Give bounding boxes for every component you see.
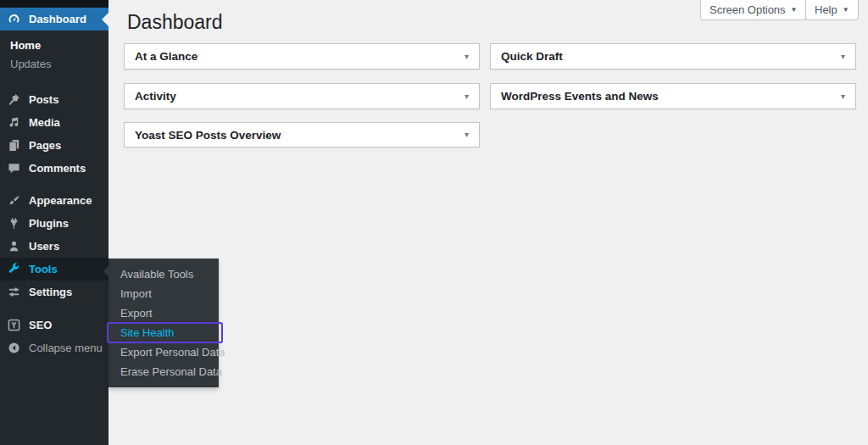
page-title: Dashboard (127, 11, 223, 34)
flyout-item-erase-personal-data[interactable]: Erase Personal Data (108, 362, 219, 381)
metabox-quick-draft[interactable]: Quick Draft ▾ (490, 43, 856, 70)
toggle-arrow-icon[interactable]: ▾ (841, 53, 845, 61)
pages-icon (8, 139, 20, 152)
metabox-wordpress-events-and-news[interactable]: WordPress Events and News ▾ (490, 83, 856, 109)
metabox-title: Activity (135, 90, 176, 103)
tools-flyout-menu: Available Tools Import Export Site Healt… (108, 259, 219, 387)
sidebar-item-comments[interactable]: Comments (0, 157, 108, 180)
flyout-item-label: Site Health (120, 326, 175, 339)
sidebar-item-collapse-menu[interactable]: Collapse menu (0, 337, 108, 359)
sidebar-item-label: SEO (29, 319, 52, 331)
screen-options-label: Screen Options (709, 3, 786, 16)
sidebar-separator (0, 180, 108, 189)
flyout-item-available-tools[interactable]: Available Tools (108, 264, 219, 284)
gauge-icon (8, 13, 20, 25)
plug-icon (8, 217, 20, 230)
metabox-title: At a Glance (135, 50, 198, 63)
collapse-menu-icon (8, 342, 20, 354)
sidebar-item-appearance[interactable]: Appearance (0, 189, 108, 212)
metabox-at-a-glance[interactable]: At a Glance ▾ (124, 43, 480, 70)
flyout-item-site-health[interactable]: Site Health (108, 323, 219, 342)
sidebar-item-posts[interactable]: Posts (0, 88, 108, 111)
sidebar-item-label: Dashboard (29, 13, 86, 25)
screen-options-button[interactable]: Screen Options ▼ (700, 0, 807, 20)
sidebar-item-tools[interactable]: Tools (0, 258, 108, 281)
sidebar-item-label: Plugins (29, 217, 69, 230)
sidebar-item-label: Appearance (29, 194, 92, 207)
chevron-down-icon: ▼ (843, 7, 849, 14)
sidebar-item-label: Media (29, 116, 60, 129)
sidebar-item-label: Users (29, 240, 59, 253)
toggle-arrow-icon[interactable]: ▾ (465, 131, 469, 139)
sidebar-item-seo[interactable]: SEO (0, 314, 108, 337)
metabox-title: Yoast SEO Posts Overview (135, 129, 281, 142)
help-label: Help (815, 3, 837, 16)
sidebar-item-settings[interactable]: Settings (0, 281, 108, 303)
sidebar-item-label: Comments (29, 162, 86, 175)
sidebar-item-label: Posts (29, 93, 58, 106)
sidebar-item-label: Settings (29, 286, 72, 298)
sidebar-item-media[interactable]: Media (0, 111, 108, 134)
sidebar-item-users[interactable]: Users (0, 235, 108, 258)
media-icon (8, 116, 20, 129)
yoast-seo-icon (8, 319, 20, 331)
flyout-item-import[interactable]: Import (108, 284, 219, 303)
brush-icon (8, 194, 20, 207)
metabox-title: Quick Draft (501, 50, 563, 63)
submenu-item-updates[interactable]: Updates (0, 55, 108, 74)
metabox-yoast-seo-posts-overview[interactable]: Yoast SEO Posts Overview ▾ (124, 122, 480, 147)
pushpin-icon (8, 93, 20, 106)
sidebar-item-plugins[interactable]: Plugins (0, 212, 108, 235)
help-button[interactable]: Help ▼ (805, 0, 859, 20)
admin-bar-strip (0, 0, 108, 8)
metabox-title: WordPress Events and News (501, 90, 659, 103)
dashboard-submenu: Home Updates (0, 31, 108, 88)
wrench-icon (8, 263, 20, 275)
sidebar-item-pages[interactable]: Pages (0, 134, 108, 157)
toggle-arrow-icon[interactable]: ▾ (841, 92, 845, 101)
toggle-arrow-icon[interactable]: ▾ (465, 53, 469, 61)
current-item-arrow (102, 13, 108, 26)
toggle-arrow-icon[interactable]: ▾ (465, 92, 469, 101)
flyout-item-export[interactable]: Export (108, 303, 219, 323)
comments-icon (8, 162, 20, 175)
wordpress-admin-dashboard: Dashboard Home Updates Posts Media Pages… (0, 0, 868, 445)
metabox-activity[interactable]: Activity ▾ (124, 83, 480, 109)
sliders-icon (8, 286, 20, 298)
admin-sidebar: Dashboard Home Updates Posts Media Pages… (0, 0, 108, 445)
sidebar-item-dashboard[interactable]: Dashboard (0, 8, 108, 31)
submenu-item-home[interactable]: Home (0, 36, 108, 55)
sidebar-item-label: Tools (29, 263, 58, 275)
sidebar-item-label: Pages (29, 139, 61, 152)
user-icon (8, 240, 20, 253)
sidebar-separator (0, 303, 108, 314)
flyout-item-export-personal-data[interactable]: Export Personal Data (108, 342, 219, 362)
chevron-down-icon: ▼ (791, 7, 798, 14)
sidebar-item-label: Collapse menu (29, 342, 103, 354)
